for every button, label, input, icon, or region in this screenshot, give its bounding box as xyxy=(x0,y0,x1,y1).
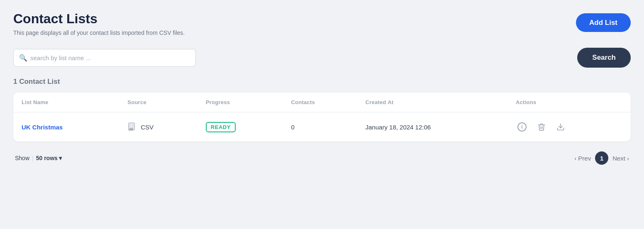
search-row: 🔍 Search xyxy=(13,48,631,68)
chevron-down-icon: ▾ xyxy=(59,155,62,161)
page-subtitle: This page displays all of your contact l… xyxy=(13,29,185,36)
header-left: Contact Lists This page displays all of … xyxy=(13,12,185,36)
show-label: Show xyxy=(15,155,29,161)
download-icon xyxy=(556,123,565,131)
search-input[interactable] xyxy=(13,49,196,67)
show-rows: Show | 50 rows ▾ xyxy=(15,155,62,161)
search-input-wrapper: 🔍 xyxy=(13,49,196,67)
prev-button[interactable]: ‹ Prev xyxy=(574,155,591,162)
chevron-right-icon: › xyxy=(627,155,629,162)
header-row: Contact Lists This page displays all of … xyxy=(13,12,631,36)
info-button[interactable]: i xyxy=(516,121,528,133)
chevron-left-icon: ‹ xyxy=(574,155,576,162)
cell-list-name: UK Christmas xyxy=(13,112,119,142)
cell-created-at: January 18, 2024 12:06 xyxy=(357,112,507,142)
page-title: Contact Lists xyxy=(13,12,185,26)
search-button[interactable]: Search xyxy=(577,48,631,68)
table-header: List Name Source Progress Contacts Creat… xyxy=(13,93,631,112)
source-label: CSV xyxy=(141,124,154,131)
table-card: List Name Source Progress Contacts Creat… xyxy=(13,93,631,141)
add-list-button[interactable]: Add List xyxy=(576,13,631,32)
trash-icon xyxy=(537,123,546,131)
col-contacts: Contacts xyxy=(283,93,357,112)
table-body: UK Christmas CSV CSV READY 0 xyxy=(13,112,631,142)
cell-contacts: 0 xyxy=(283,112,357,142)
rows-per-page-selector[interactable]: 50 rows ▾ xyxy=(36,155,62,161)
cell-actions: i xyxy=(507,112,631,142)
info-icon: i xyxy=(517,122,527,132)
download-button[interactable] xyxy=(555,121,566,133)
next-label: Next xyxy=(612,155,625,162)
col-source: Source xyxy=(119,93,198,112)
col-created-at: Created At xyxy=(357,93,507,112)
contact-lists-table: List Name Source Progress Contacts Creat… xyxy=(13,93,631,141)
csv-icon: CSV xyxy=(127,122,137,132)
list-name-link[interactable]: UK Christmas xyxy=(22,124,63,131)
prev-label: Prev xyxy=(578,155,591,162)
pipe-separator: | xyxy=(32,155,34,161)
contact-list-count: 1 Contact List xyxy=(13,78,631,86)
progress-badge: READY xyxy=(206,122,236,132)
table-row: UK Christmas CSV CSV READY 0 xyxy=(13,112,631,142)
col-progress: Progress xyxy=(198,93,283,112)
footer-row: Show | 50 rows ▾ ‹ Prev 1 Next › xyxy=(13,148,631,165)
page-container: Contact Lists This page displays all of … xyxy=(0,0,644,229)
cell-progress: READY xyxy=(198,112,283,142)
col-list-name: List Name xyxy=(13,93,119,112)
delete-button[interactable] xyxy=(536,121,547,133)
current-page: 1 xyxy=(595,151,608,165)
svg-text:CSV: CSV xyxy=(129,128,133,131)
next-button[interactable]: Next › xyxy=(612,155,629,162)
rows-value: 50 rows xyxy=(36,155,58,161)
search-icon: 🔍 xyxy=(19,54,27,62)
col-actions: Actions xyxy=(507,93,631,112)
pagination: ‹ Prev 1 Next › xyxy=(574,151,629,165)
cell-source: CSV CSV xyxy=(119,112,198,142)
